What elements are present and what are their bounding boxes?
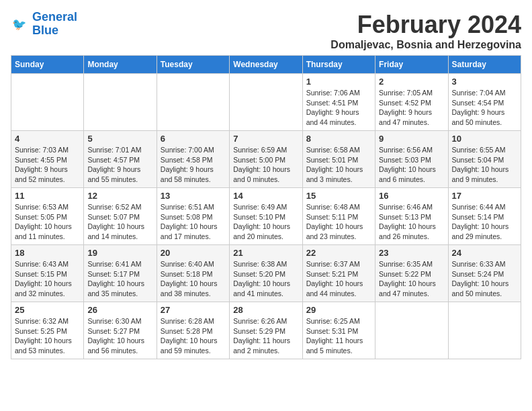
calendar-cell: 17Sunrise: 6:44 AMSunset: 5:14 PMDayligh…: [448, 188, 521, 245]
day-number: 26: [87, 305, 152, 315]
day-info: Sunrise: 6:44 AMSunset: 5:14 PMDaylight:…: [452, 202, 517, 242]
calendar-cell: 5Sunrise: 7:01 AMSunset: 4:57 PMDaylight…: [84, 131, 157, 188]
day-info: Sunrise: 6:52 AMSunset: 5:07 PMDaylight:…: [87, 202, 152, 242]
calendar-cell: 18Sunrise: 6:43 AMSunset: 5:15 PMDayligh…: [11, 245, 84, 302]
day-number: 12: [87, 191, 152, 201]
calendar-cell: [157, 74, 229, 131]
day-info: Sunrise: 6:35 AMSunset: 5:22 PMDaylight:…: [379, 259, 444, 299]
day-number: 7: [233, 134, 298, 144]
day-number: 21: [233, 248, 298, 258]
day-info: Sunrise: 6:43 AMSunset: 5:15 PMDaylight:…: [15, 259, 80, 299]
day-info: Sunrise: 7:01 AMSunset: 4:57 PMDaylight:…: [87, 145, 152, 185]
day-info: Sunrise: 6:46 AMSunset: 5:13 PMDaylight:…: [379, 202, 444, 242]
day-info: Sunrise: 6:51 AMSunset: 5:08 PMDaylight:…: [161, 202, 226, 242]
calendar-cell: 23Sunrise: 6:35 AMSunset: 5:22 PMDayligh…: [375, 245, 448, 302]
calendar-cell: [375, 302, 448, 359]
weekday-header-thursday: Thursday: [302, 56, 375, 74]
day-number: 11: [15, 191, 80, 201]
calendar-cell: 14Sunrise: 6:49 AMSunset: 5:10 PMDayligh…: [230, 188, 302, 245]
calendar-cell: 1Sunrise: 7:06 AMSunset: 4:51 PMDaylight…: [302, 74, 375, 131]
day-info: Sunrise: 6:58 AMSunset: 5:01 PMDaylight:…: [306, 145, 371, 185]
day-info: Sunrise: 7:04 AMSunset: 4:54 PMDaylight:…: [452, 88, 517, 128]
day-info: Sunrise: 6:25 AMSunset: 5:31 PMDaylight:…: [306, 316, 371, 356]
day-number: 4: [15, 134, 80, 144]
day-number: 9: [379, 134, 444, 144]
day-number: 2: [379, 77, 444, 87]
day-number: 10: [452, 134, 517, 144]
calendar-cell: 7Sunrise: 6:59 AMSunset: 5:00 PMDaylight…: [230, 131, 302, 188]
day-number: 27: [161, 305, 226, 315]
calendar-cell: 22Sunrise: 6:37 AMSunset: 5:21 PMDayligh…: [302, 245, 375, 302]
day-info: Sunrise: 7:05 AMSunset: 4:52 PMDaylight:…: [379, 88, 444, 128]
header: 🐦 General Blue February 2024 Domaljevac,…: [11, 11, 521, 51]
day-info: Sunrise: 6:37 AMSunset: 5:21 PMDaylight:…: [306, 259, 371, 299]
day-number: 17: [452, 191, 517, 201]
weekday-header-friday: Friday: [375, 56, 448, 74]
day-info: Sunrise: 6:56 AMSunset: 5:03 PMDaylight:…: [379, 145, 444, 185]
day-info: Sunrise: 6:40 AMSunset: 5:18 PMDaylight:…: [161, 259, 226, 299]
day-number: 6: [161, 134, 226, 144]
logo: 🐦 General Blue: [11, 11, 77, 38]
calendar-table: SundayMondayTuesdayWednesdayThursdayFrid…: [11, 55, 521, 359]
calendar-cell: 25Sunrise: 6:32 AMSunset: 5:25 PMDayligh…: [11, 302, 84, 359]
calendar-cell: 26Sunrise: 6:30 AMSunset: 5:27 PMDayligh…: [84, 302, 157, 359]
calendar-cell: [11, 74, 84, 131]
day-info: Sunrise: 6:30 AMSunset: 5:27 PMDaylight:…: [87, 316, 152, 356]
calendar-cell: 27Sunrise: 6:28 AMSunset: 5:28 PMDayligh…: [157, 302, 229, 359]
day-number: 25: [15, 305, 80, 315]
day-number: 28: [233, 305, 298, 315]
day-info: Sunrise: 6:38 AMSunset: 5:20 PMDaylight:…: [233, 259, 298, 299]
weekday-header-row: SundayMondayTuesdayWednesdayThursdayFrid…: [11, 56, 521, 74]
day-number: 19: [87, 248, 152, 258]
calendar-cell: 10Sunrise: 6:55 AMSunset: 5:04 PMDayligh…: [448, 131, 521, 188]
calendar-week-row: 1Sunrise: 7:06 AMSunset: 4:51 PMDaylight…: [11, 74, 521, 131]
day-info: Sunrise: 7:03 AMSunset: 4:55 PMDaylight:…: [15, 145, 80, 185]
day-info: Sunrise: 6:32 AMSunset: 5:25 PMDaylight:…: [15, 316, 80, 356]
day-number: 13: [161, 191, 226, 201]
calendar-cell: 9Sunrise: 6:56 AMSunset: 5:03 PMDaylight…: [375, 131, 448, 188]
calendar-cell: 11Sunrise: 6:53 AMSunset: 5:05 PMDayligh…: [11, 188, 84, 245]
day-number: 14: [233, 191, 298, 201]
day-number: 15: [306, 191, 371, 201]
day-number: 8: [306, 134, 371, 144]
calendar-cell: 16Sunrise: 6:46 AMSunset: 5:13 PMDayligh…: [375, 188, 448, 245]
title-area: February 2024 Domaljevac, Bosnia and Her…: [330, 11, 521, 51]
calendar-cell: 19Sunrise: 6:41 AMSunset: 5:17 PMDayligh…: [84, 245, 157, 302]
day-number: 24: [452, 248, 517, 258]
weekday-header-tuesday: Tuesday: [157, 56, 229, 74]
calendar-cell: 29Sunrise: 6:25 AMSunset: 5:31 PMDayligh…: [302, 302, 375, 359]
weekday-header-monday: Monday: [84, 56, 157, 74]
calendar-cell: 24Sunrise: 6:33 AMSunset: 5:24 PMDayligh…: [448, 245, 521, 302]
calendar-cell: [448, 302, 521, 359]
calendar-cell: 28Sunrise: 6:26 AMSunset: 5:29 PMDayligh…: [230, 302, 302, 359]
location-subtitle: Domaljevac, Bosnia and Herzegovina: [330, 39, 521, 51]
day-number: 3: [452, 77, 517, 87]
svg-text:🐦: 🐦: [12, 17, 27, 32]
day-info: Sunrise: 6:55 AMSunset: 5:04 PMDaylight:…: [452, 145, 517, 185]
calendar-cell: [230, 74, 302, 131]
day-info: Sunrise: 6:41 AMSunset: 5:17 PMDaylight:…: [87, 259, 152, 299]
calendar-cell: 2Sunrise: 7:05 AMSunset: 4:52 PMDaylight…: [375, 74, 448, 131]
day-info: Sunrise: 6:59 AMSunset: 5:00 PMDaylight:…: [233, 145, 298, 185]
calendar-cell: 13Sunrise: 6:51 AMSunset: 5:08 PMDayligh…: [157, 188, 229, 245]
calendar-cell: 8Sunrise: 6:58 AMSunset: 5:01 PMDaylight…: [302, 131, 375, 188]
day-info: Sunrise: 7:00 AMSunset: 4:58 PMDaylight:…: [161, 145, 226, 185]
day-number: 20: [161, 248, 226, 258]
weekday-header-wednesday: Wednesday: [230, 56, 302, 74]
calendar-cell: [84, 74, 157, 131]
day-info: Sunrise: 6:53 AMSunset: 5:05 PMDaylight:…: [15, 202, 80, 242]
calendar-week-row: 18Sunrise: 6:43 AMSunset: 5:15 PMDayligh…: [11, 245, 521, 302]
logo-icon: 🐦: [11, 15, 30, 34]
day-info: Sunrise: 6:33 AMSunset: 5:24 PMDaylight:…: [452, 259, 517, 299]
day-info: Sunrise: 6:26 AMSunset: 5:29 PMDaylight:…: [233, 316, 298, 356]
calendar-cell: 12Sunrise: 6:52 AMSunset: 5:07 PMDayligh…: [84, 188, 157, 245]
day-info: Sunrise: 6:49 AMSunset: 5:10 PMDaylight:…: [233, 202, 298, 242]
day-info: Sunrise: 6:28 AMSunset: 5:28 PMDaylight:…: [161, 316, 226, 356]
calendar-cell: 21Sunrise: 6:38 AMSunset: 5:20 PMDayligh…: [230, 245, 302, 302]
day-number: 16: [379, 191, 444, 201]
day-number: 22: [306, 248, 371, 258]
day-info: Sunrise: 7:06 AMSunset: 4:51 PMDaylight:…: [306, 88, 371, 128]
day-number: 18: [15, 248, 80, 258]
day-info: Sunrise: 6:48 AMSunset: 5:11 PMDaylight:…: [306, 202, 371, 242]
calendar-week-row: 25Sunrise: 6:32 AMSunset: 5:25 PMDayligh…: [11, 302, 521, 359]
